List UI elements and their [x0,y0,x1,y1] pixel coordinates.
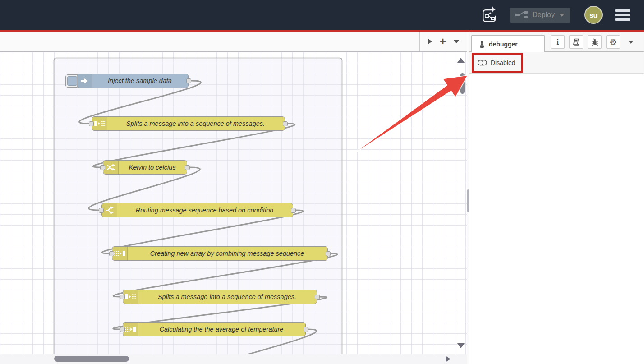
sidebar: debugger i [469,32,644,364]
canvas-scroll-down-icon[interactable] [457,343,465,348]
scroll-tabs-right-icon[interactable] [428,38,432,45]
node-split-1[interactable]: Splits a message into a sequence of mess… [92,116,285,131]
node-join-1[interactable]: Creating new array by combining message … [112,246,328,261]
canvas-vscroll-thumb[interactable] [460,73,465,94]
input-port[interactable] [99,208,104,213]
gear-icon: ⚙ [609,38,617,46]
hamburger-bar [615,14,630,16]
output-port[interactable] [315,295,320,299]
input-port[interactable] [89,121,94,126]
node-label: Creating new array by combining message … [128,250,327,257]
output-port[interactable] [185,165,190,170]
deploy-icon [515,11,528,19]
add-flow-icon[interactable]: + [440,37,446,46]
canvas-hscrollbar[interactable] [0,354,467,364]
deploy-chevron-down-icon[interactable] [559,14,565,17]
flow-list-chevron-icon[interactable] [454,40,459,43]
inject-arrow-icon [77,74,92,88]
info-icon: i [556,37,559,46]
bug-button[interactable] [588,35,602,49]
disabled-label: Disabled [491,59,515,66]
sidebar-tab-debugger[interactable]: debugger [471,35,545,52]
debug-sidebar-toolbar: Disabled [469,52,644,74]
input-port[interactable] [120,295,125,299]
canvas-hscroll-thumb[interactable] [54,356,129,362]
node-label: Kelvin to celcius [119,164,187,171]
input-port[interactable] [120,327,125,332]
toggle-off-icon [478,59,487,66]
flow-tabs-bar[interactable] [0,32,419,51]
node-label: Splits a message into a sequence of mess… [138,293,317,300]
node-label: Routing message sequence based on condit… [117,207,293,214]
node-split-2[interactable]: Splits a message into a sequence of mess… [123,290,317,304]
fork-icon [102,203,117,217]
node-inject[interactable]: Inject the sample data [77,74,189,88]
hamburger-menu-button[interactable] [615,9,630,21]
node-label: Splits a message into a sequence of mess… [107,120,285,127]
node-label: Calculating the the average of temperatu… [138,326,305,333]
info-button[interactable]: i [551,35,565,49]
node-label: Inject the sample data [92,77,188,84]
join-icon [123,323,138,336]
sidebar-toolbar: i ⚙ [551,35,634,49]
node-switch[interactable]: Routing message sequence based on condit… [101,203,293,217]
sidebar-tab-label: debugger [489,41,518,48]
flask-icon [479,41,485,48]
debug-messages-panel[interactable] [469,74,644,364]
workspace: + [0,32,467,364]
input-port[interactable] [100,165,105,170]
node-join-2[interactable]: Calculating the the average of temperatu… [123,322,306,336]
flow-tab-actions: + [419,32,467,51]
split-icon [92,117,107,130]
docs-icon [573,38,580,46]
input-port[interactable] [109,251,114,256]
sidebar-chevron-down-icon[interactable] [628,41,634,44]
settings-button[interactable]: ⚙ [606,35,620,49]
hamburger-bar [615,18,630,21]
annotation-highlight-box: Disabled [472,53,523,73]
deploy-label: Deploy [532,11,555,19]
deploy-button[interactable]: Deploy [510,8,570,23]
toolbar-divider [526,57,526,69]
output-port[interactable] [291,208,296,213]
output-port[interactable] [304,327,308,332]
hamburger-bar [615,9,630,12]
shuffle-icon [103,161,119,174]
header: Deploy su [0,0,644,30]
output-port[interactable] [326,251,331,256]
avatar[interactable]: su [584,6,603,24]
split-icon [123,290,138,304]
debug-disabled-toggle[interactable]: Disabled [478,59,515,66]
join-icon [112,247,128,260]
docs-button[interactable] [569,35,583,49]
flow-tabs-toolbar: + [0,32,467,52]
output-port[interactable] [283,121,288,126]
canvas-scroll-right-icon[interactable] [446,356,451,362]
flow-ai-icon[interactable] [481,6,497,24]
page-scrollbar-thumb[interactable] [467,189,469,212]
bug-icon [591,38,598,46]
sidebar-tabs-header: debugger i [469,32,644,52]
flow-canvas[interactable]: Inject the sample data Splits a message … [0,52,467,354]
output-port[interactable] [186,78,191,83]
page-scrollbar-strip[interactable] [467,32,469,364]
canvas-scroll-up-icon[interactable] [457,58,465,63]
node-change[interactable]: Kelvin to celcius [103,160,187,175]
